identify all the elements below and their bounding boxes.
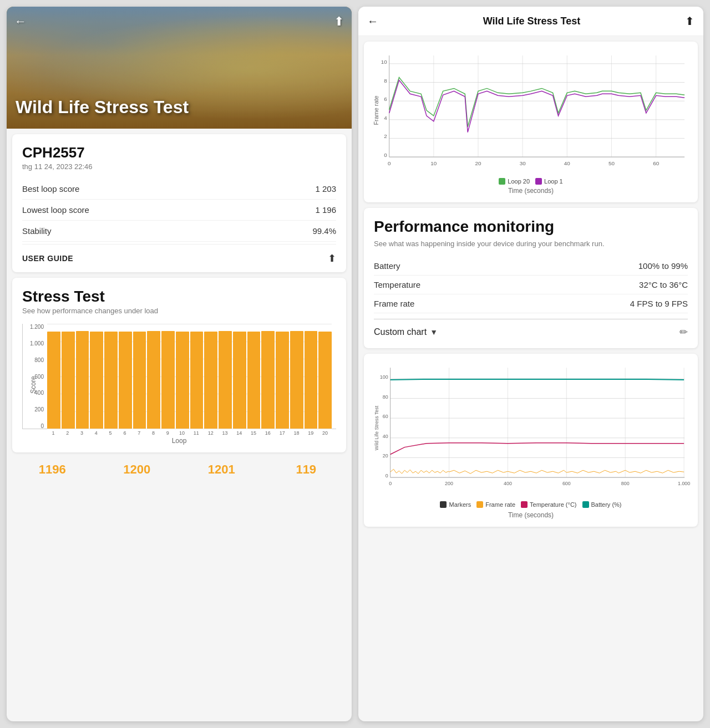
user-guide-label: USER GUIDE bbox=[22, 254, 73, 263]
stat-row-stability: Stability 99.4% bbox=[22, 221, 336, 242]
x-tick-19: 19 bbox=[304, 430, 317, 436]
multi-chart-card: Wild Life Stress Test 0 20 40 60 80 100 bbox=[364, 354, 698, 527]
svg-text:100: 100 bbox=[380, 374, 388, 380]
svg-text:0: 0 bbox=[386, 473, 388, 478]
frame-x-axis-label: Time (seconds) bbox=[372, 187, 690, 195]
bar-11 bbox=[190, 332, 204, 429]
stat-label-stability: Stability bbox=[22, 226, 52, 236]
legend-label-loop1: Loop 1 bbox=[544, 178, 563, 185]
bar-13 bbox=[219, 331, 232, 429]
stress-card: Stress Test See how performance changes … bbox=[12, 278, 346, 452]
perf-row-framerate: Frame rate 4 FPS to 9 FPS bbox=[374, 294, 688, 313]
x-tick-12: 12 bbox=[204, 430, 217, 436]
x-tick-14: 14 bbox=[232, 430, 246, 436]
score-4: 119 bbox=[266, 462, 347, 477]
user-guide-row[interactable]: USER GUIDE ⬆ bbox=[22, 244, 336, 264]
left-panel: ← ⬆ Wild Life Stress Test CPH2557 thg 11… bbox=[7, 7, 352, 721]
device-name: CPH2557 bbox=[22, 144, 336, 161]
legend-battery: Battery (%) bbox=[582, 501, 622, 508]
perf-subtitle: See what was happening inside your devic… bbox=[374, 239, 688, 249]
x-tick-8: 8 bbox=[147, 430, 160, 436]
custom-chart-row[interactable]: Custom chart ▼ ✏ bbox=[374, 319, 688, 338]
perf-value-temp: 32°C to 36°C bbox=[639, 280, 688, 289]
svg-text:80: 80 bbox=[383, 394, 388, 400]
edit-icon[interactable]: ✏ bbox=[679, 326, 688, 338]
share-button[interactable]: ⬆ bbox=[334, 14, 344, 29]
bar-7 bbox=[133, 332, 146, 429]
bar-2 bbox=[62, 332, 75, 429]
bar-12 bbox=[204, 332, 217, 429]
score-numbers: 1196 1200 1201 119 bbox=[7, 458, 352, 481]
x-tick-16: 16 bbox=[261, 430, 275, 436]
x-tick-17: 17 bbox=[276, 430, 289, 436]
multi-chart-legend: Markers Frame rate Temperature (°C) Batt… bbox=[372, 501, 690, 508]
legend-dot-temperature bbox=[521, 501, 528, 508]
legend-label-temperature: Temperature (°C) bbox=[530, 501, 576, 508]
legend-dot-loop20 bbox=[499, 178, 505, 185]
stress-title: Stress Test bbox=[22, 288, 336, 306]
svg-text:6: 6 bbox=[384, 96, 387, 102]
svg-text:400: 400 bbox=[504, 481, 512, 486]
bar-15 bbox=[247, 332, 261, 429]
user-guide-share-icon[interactable]: ⬆ bbox=[328, 252, 336, 264]
bar-9 bbox=[161, 331, 175, 429]
x-tick-20: 20 bbox=[318, 430, 332, 436]
info-card: CPH2557 thg 11 24, 2023 22:46 Best loop … bbox=[12, 134, 346, 272]
svg-text:Wild Life Stress Test: Wild Life Stress Test bbox=[374, 405, 379, 450]
right-back-button[interactable]: ← bbox=[367, 15, 378, 28]
svg-text:60: 60 bbox=[383, 414, 388, 419]
svg-text:1.000: 1.000 bbox=[678, 481, 690, 486]
x-tick-18: 18 bbox=[290, 430, 303, 436]
x-tick-4: 4 bbox=[89, 430, 103, 436]
right-panel: ← Wild Life Stress Test ⬆ Frame rate 0 2… bbox=[358, 7, 703, 721]
multi-line-chart: Wild Life Stress Test 0 20 40 60 80 100 bbox=[372, 362, 690, 495]
svg-text:10: 10 bbox=[430, 160, 437, 166]
stress-subtitle: See how performance changes under load bbox=[22, 307, 336, 315]
x-axis-label-stress: Loop bbox=[22, 437, 336, 445]
bar-20 bbox=[318, 332, 332, 429]
right-share-button[interactable]: ⬆ bbox=[685, 14, 694, 28]
y-ticks: 0 200 400 600 800 1.000 1.200 bbox=[23, 324, 44, 429]
right-title: Wild Life Stress Test bbox=[385, 16, 678, 27]
legend-label-framerate: Frame rate bbox=[485, 501, 515, 508]
svg-text:800: 800 bbox=[621, 481, 630, 486]
score-1: 1196 bbox=[12, 462, 93, 477]
legend-dot-loop1 bbox=[535, 178, 542, 185]
svg-text:30: 30 bbox=[520, 160, 526, 166]
score-3: 1201 bbox=[181, 462, 262, 477]
legend-label-loop20: Loop 20 bbox=[508, 178, 530, 185]
svg-text:4: 4 bbox=[384, 115, 387, 121]
perf-row-temp: Temperature 32°C to 36°C bbox=[374, 276, 688, 294]
dropdown-arrow-icon[interactable]: ▼ bbox=[430, 328, 438, 337]
legend-dot-markers bbox=[440, 501, 447, 508]
x-tick-3: 3 bbox=[75, 430, 89, 436]
legend-label-battery: Battery (%) bbox=[591, 501, 622, 508]
bar-1 bbox=[47, 332, 60, 429]
perf-label-framerate: Frame rate bbox=[374, 299, 414, 308]
custom-chart-dropdown[interactable]: Custom chart ▼ bbox=[374, 327, 674, 337]
stat-row-best: Best loop score 1 203 bbox=[22, 179, 336, 200]
stat-value-lowest: 1 196 bbox=[315, 205, 336, 215]
stat-label-best: Best loop score bbox=[22, 184, 79, 194]
chart-bars-area: 0 200 400 600 800 1.000 1.200 bbox=[22, 324, 336, 429]
legend-loop20: Loop 20 bbox=[499, 178, 530, 185]
perf-label-temp: Temperature bbox=[374, 280, 420, 289]
bar-6 bbox=[119, 332, 132, 429]
frame-rate-chart: Frame rate 0 2 4 6 8 10 bbox=[372, 49, 690, 171]
score-2: 1200 bbox=[97, 462, 178, 477]
bar-10 bbox=[176, 332, 189, 429]
perf-value-framerate: 4 FPS to 9 FPS bbox=[630, 299, 688, 308]
x-tick-9: 9 bbox=[161, 430, 174, 436]
back-button[interactable]: ← bbox=[14, 14, 27, 29]
perf-card: Performance monitoring See what was happ… bbox=[364, 208, 698, 348]
frame-rate-chart-card: Frame rate 0 2 4 6 8 10 bbox=[364, 42, 698, 202]
legend-loop1: Loop 1 bbox=[535, 178, 563, 185]
bar-14 bbox=[233, 332, 246, 429]
bar-5 bbox=[104, 332, 118, 429]
legend-dot-framerate bbox=[476, 501, 483, 508]
frame-chart-legend: Loop 20 Loop 1 bbox=[372, 178, 690, 185]
perf-label-battery: Battery bbox=[374, 261, 400, 271]
x-tick-5: 5 bbox=[104, 430, 117, 436]
bar-17 bbox=[276, 332, 289, 429]
x-tick-11: 11 bbox=[190, 430, 203, 436]
